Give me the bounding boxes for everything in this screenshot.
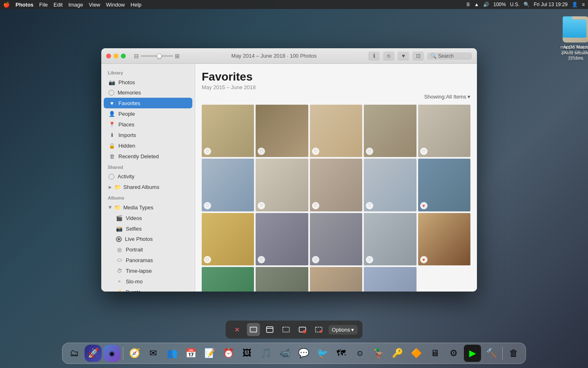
- photo-item[interactable]: ♡: [364, 267, 416, 292]
- sidebar-item-bursts[interactable]: ⚡ Bursts: [104, 287, 192, 292]
- showing-dropdown[interactable]: All Items ▾: [446, 94, 470, 100]
- photo-heart-7[interactable]: ♡: [258, 202, 265, 209]
- desktop-icon-folder[interactable]: Apple Watch photo session 21 Items: [559, 16, 588, 61]
- dock-item-siri[interactable]: ◉: [103, 345, 120, 362]
- capture-record-button[interactable]: [296, 323, 309, 336]
- sidebar-item-hidden[interactable]: 🔒 Hidden: [104, 140, 192, 151]
- dock-item-contacts[interactable]: 👥: [163, 345, 180, 362]
- sidebar-item-panoramas[interactable]: ⬭ Panoramas: [104, 255, 192, 265]
- maximize-button[interactable]: [121, 54, 126, 58]
- sidebar-item-recently-deleted[interactable]: 🗑 Recently Deleted: [104, 151, 192, 162]
- menubar-edit[interactable]: Edit: [53, 2, 62, 8]
- photo-heart-6[interactable]: ♡: [204, 202, 211, 209]
- photo-heart-14[interactable]: ♡: [366, 256, 373, 263]
- photo-heart-13[interactable]: ♡: [312, 256, 319, 263]
- menubar-view[interactable]: View: [89, 2, 100, 8]
- photo-item[interactable]: ♡: [310, 267, 362, 292]
- photo-item[interactable]: ♡: [202, 267, 254, 292]
- apple-menu[interactable]: 🍎: [3, 2, 10, 8]
- dock-item-reminders[interactable]: ⏰: [220, 345, 237, 362]
- photo-item[interactable]: ♡: [202, 213, 254, 265]
- dock-item-vlc[interactable]: 🔶: [408, 345, 425, 362]
- sidebar-item-activity[interactable]: Activity: [104, 171, 192, 182]
- zoom-slider[interactable]: ⊟ ⊞: [134, 53, 180, 59]
- sidebar-item-photos[interactable]: 📷 Photos: [104, 77, 192, 88]
- photo-item[interactable]: ♡: [310, 213, 362, 265]
- photo-item[interactable]: ♡: [364, 159, 416, 211]
- dock-item-maps[interactable]: 🗺: [332, 345, 350, 362]
- photo-item[interactable]: ♡: [256, 105, 308, 157]
- photo-item[interactable]: ♡: [364, 213, 416, 265]
- photo-item[interactable]: ♥: [418, 159, 470, 211]
- dock-item-system-prefs[interactable]: ⚙: [445, 345, 462, 362]
- photo-heart-2[interactable]: ♡: [258, 148, 265, 155]
- dock-item-safari[interactable]: 🧭: [126, 345, 143, 362]
- capture-options-button[interactable]: Options ▾: [329, 325, 358, 334]
- photo-item[interactable]: ♡: [310, 159, 362, 211]
- search-box[interactable]: 🔍 Search: [427, 52, 472, 60]
- sidebar-item-people[interactable]: 👤 People: [104, 108, 192, 119]
- sidebar-item-memories[interactable]: Memories: [104, 88, 192, 98]
- sidebar-item-selfies[interactable]: 📸 Selfies: [104, 223, 192, 234]
- photo-item[interactable]: ♥: [418, 213, 470, 265]
- photo-heart-1[interactable]: ♡: [204, 148, 211, 155]
- menubar-app-name[interactable]: Photos: [16, 2, 33, 8]
- photo-item[interactable]: ♡: [310, 105, 362, 157]
- photo-heart-3[interactable]: ♡: [312, 148, 319, 155]
- search-icon[interactable]: 🔍: [523, 2, 530, 7]
- sidebar-item-time-lapse[interactable]: ⏱ Time-lapse: [104, 265, 192, 276]
- dock-item-chrome[interactable]: ⊙: [351, 345, 368, 362]
- photo-item[interactable]: ♡: [364, 105, 416, 157]
- menubar-file[interactable]: File: [39, 2, 48, 8]
- sidebar-item-places[interactable]: 📍 Places: [104, 119, 192, 130]
- photo-heart-9[interactable]: ♡: [366, 202, 373, 209]
- sidebar-item-shared-albums[interactable]: ▶ 📁 Shared Albums: [104, 182, 192, 192]
- slideshow-button[interactable]: ⊡: [412, 52, 424, 61]
- dock-item-notes[interactable]: 📝: [201, 345, 218, 362]
- menubar-window[interactable]: Window: [106, 2, 125, 8]
- photo-heart-4[interactable]: ♡: [366, 148, 373, 155]
- sidebar-item-media-types[interactable]: ▶ 📁 Media Types: [104, 202, 192, 213]
- dock-item-finder[interactable]: 🗂: [66, 345, 83, 362]
- capture-close-button[interactable]: ✕: [231, 323, 244, 336]
- photo-item[interactable]: ♡: [202, 159, 254, 211]
- photo-item[interactable]: ♡: [418, 105, 470, 157]
- capture-rect-button[interactable]: [247, 323, 260, 336]
- info-button[interactable]: ℹ: [368, 52, 380, 61]
- dock-item-keychain[interactable]: 🔑: [389, 345, 406, 362]
- capture-selection-record-button[interactable]: [312, 323, 325, 336]
- sidebar-item-videos[interactable]: 🎬 Videos: [104, 213, 192, 223]
- photo-item[interactable]: ♡: [202, 105, 254, 157]
- photo-heart-8[interactable]: ♡: [312, 202, 319, 209]
- dock-item-terminal[interactable]: ▶: [464, 345, 481, 362]
- dock-item-itunes[interactable]: 🎵: [257, 345, 274, 362]
- photo-item[interactable]: ♡: [256, 213, 308, 265]
- dock-item-photos[interactable]: 🖼: [238, 345, 256, 362]
- dock-item-facetime[interactable]: 📹: [276, 345, 293, 362]
- dock-item-cyberduck[interactable]: 🦆: [370, 345, 387, 362]
- photo-item[interactable]: ♡: [256, 159, 308, 211]
- dock-item-twitter[interactable]: 🐦: [314, 345, 331, 362]
- share-button[interactable]: ⎋: [383, 52, 394, 61]
- capture-window-button[interactable]: [263, 323, 276, 336]
- dock-item-messages[interactable]: 💬: [295, 345, 312, 362]
- minimize-button[interactable]: [114, 54, 118, 58]
- sidebar-item-favorites[interactable]: ♥ Favorites: [104, 98, 192, 108]
- dock-item-xcode[interactable]: 🔨: [483, 345, 500, 362]
- close-button[interactable]: [106, 54, 111, 58]
- menubar-help[interactable]: Help: [131, 2, 142, 8]
- dock-item-screen-sharing[interactable]: 🖥: [426, 345, 443, 362]
- dock-item-trash[interactable]: 🗑: [505, 345, 522, 362]
- menubar-image[interactable]: Image: [68, 2, 83, 8]
- photo-heart-11[interactable]: ♡: [204, 256, 211, 263]
- dock-item-mail[interactable]: ✉: [145, 345, 162, 362]
- dock-item-calendar[interactable]: 📅: [182, 345, 199, 362]
- dock-item-launchpad[interactable]: 🚀: [85, 345, 102, 362]
- photo-item[interactable]: ♡: [256, 267, 308, 292]
- photo-heart-12[interactable]: ♡: [258, 256, 265, 263]
- sidebar-item-imports[interactable]: ⬇ Imports: [104, 130, 192, 140]
- sidebar-item-live-photos[interactable]: Live Photos: [104, 234, 192, 244]
- photo-heart-15[interactable]: ♥: [420, 256, 428, 263]
- capture-selection-button[interactable]: [280, 323, 293, 336]
- sidebar-item-slo-mo[interactable]: ≈ Slo-mo: [104, 276, 192, 287]
